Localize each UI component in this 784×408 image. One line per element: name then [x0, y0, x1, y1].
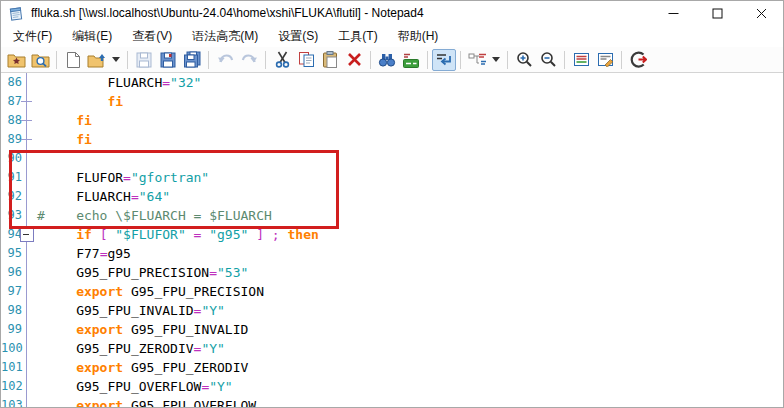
app-icon [8, 5, 24, 21]
code-line-99[interactable]: 99 export G95_FPU_INVALID [1, 320, 783, 339]
open-file-button[interactable] [85, 49, 109, 71]
toolbar-separator [621, 51, 622, 69]
code-line-86[interactable]: 86 FLUARCH="32" [1, 73, 783, 92]
paste-button[interactable] [318, 49, 342, 71]
line-number[interactable]: 101 [1, 358, 22, 377]
doc-edit-button[interactable] [593, 49, 617, 71]
window-controls [651, 1, 783, 25]
menu-tools[interactable]: 工具(T) [328, 25, 387, 48]
undo-button[interactable] [213, 49, 237, 71]
line-number[interactable]: 90 [1, 149, 22, 168]
code-text: F77=g95 [37, 244, 131, 263]
code-line-95[interactable]: 95 F77=g95 [1, 244, 783, 263]
code-line-87[interactable]: 87 fi [1, 92, 783, 111]
open-recent-dropdown-button[interactable] [109, 49, 123, 71]
fold-margin [22, 92, 37, 111]
favorites-button[interactable] [4, 49, 28, 71]
scheme-select-button[interactable] [465, 49, 489, 71]
doc-bar-button[interactable] [569, 49, 593, 71]
code-line-90[interactable]: 90 [1, 149, 783, 168]
title-bar: ffluka.sh [\\wsl.localhost\Ubuntu-24.04\… [1, 1, 783, 25]
zoom-out-button[interactable] [536, 49, 560, 71]
code-line-91[interactable]: 91 FLUFOR="gfortran" [1, 168, 783, 187]
save-as-icon [160, 52, 176, 68]
line-number[interactable]: 95 [1, 244, 22, 263]
fold-margin [22, 149, 37, 168]
zoom-in-icon [516, 51, 533, 68]
toolbar-separator [427, 51, 428, 69]
fold-collapse-box[interactable] [22, 225, 37, 244]
code-text: fi [37, 111, 92, 130]
minimize-button[interactable] [651, 1, 695, 25]
menu-view[interactable]: 查看(V) [122, 25, 182, 48]
fold-margin [22, 301, 37, 320]
save-copy-button[interactable] [180, 49, 204, 71]
line-number[interactable]: 93 [1, 206, 22, 225]
new-file-icon [65, 51, 81, 68]
fold-margin [22, 263, 37, 282]
code-line-98[interactable]: 98 G95_FPU_INVALID="Y" [1, 301, 783, 320]
line-number[interactable]: 98 [1, 301, 22, 320]
code-line-101[interactable]: 101 export G95_FPU_ZERODIV [1, 358, 783, 377]
minimize-icon [668, 8, 679, 19]
menu-scheme[interactable]: 语法高亮(M) [182, 25, 268, 48]
save-button[interactable] [132, 49, 156, 71]
code-line-88[interactable]: 88 fi [1, 111, 783, 130]
code-line-94[interactable]: 94 if [ "$FLUFOR" = "g95" ] ; then [1, 225, 783, 244]
line-number[interactable]: 102 [1, 377, 22, 396]
code-line-96[interactable]: 96 G95_FPU_PRECISION="53" [1, 263, 783, 282]
fold-margin [22, 187, 37, 206]
line-number[interactable]: 87 [1, 92, 22, 111]
zoom-out-icon [540, 51, 557, 68]
editor[interactable]: 86 FLUARCH="32"87 fi88 fi89 fi9091 FLUFO… [1, 73, 783, 408]
code-line-89[interactable]: 89 fi [1, 130, 783, 149]
code-line-103[interactable]: 103 export G95_FPU_OVERFLOW [1, 396, 783, 408]
find-button[interactable] [375, 49, 399, 71]
line-number[interactable]: 96 [1, 263, 22, 282]
menu-settings[interactable]: 设置(S) [268, 25, 328, 48]
zoom-in-button[interactable] [512, 49, 536, 71]
scheme-dropdown-button[interactable] [489, 49, 503, 71]
maximize-button[interactable] [695, 1, 739, 25]
menu-help[interactable]: 帮助(H) [388, 25, 449, 48]
replace-button[interactable] [399, 49, 423, 71]
code-text: G95_FPU_ZERODIV="Y" [37, 339, 225, 358]
line-number[interactable]: 88 [1, 111, 22, 130]
fold-margin [22, 244, 37, 263]
line-number[interactable]: 86 [1, 73, 22, 92]
new-file-button[interactable] [61, 49, 85, 71]
fold-margin [22, 130, 37, 149]
line-number[interactable]: 97 [1, 282, 22, 301]
code-text: export G95_FPU_INVALID [37, 320, 248, 339]
code-line-102[interactable]: 102 G95_FPU_OVERFLOW="Y" [1, 377, 783, 396]
redo-button[interactable] [237, 49, 261, 71]
open-file-icon [87, 52, 107, 68]
line-number[interactable]: 94 [1, 225, 22, 244]
undo-icon [217, 52, 234, 67]
code-text: G95_FPU_INVALID="Y" [37, 301, 225, 320]
close-button[interactable] [739, 1, 783, 25]
menu-edit[interactable]: 编辑(E) [62, 25, 122, 48]
code-line-93[interactable]: 93# echo \$FLUARCH = $FLUARCH [1, 206, 783, 225]
browse-button[interactable] [28, 49, 52, 71]
menu-file[interactable]: 文件(F) [3, 25, 62, 48]
copy-button[interactable] [294, 49, 318, 71]
toolbar-separator [370, 51, 371, 69]
code-line-97[interactable]: 97 export G95_FPU_PRECISION [1, 282, 783, 301]
line-number[interactable]: 89 [1, 130, 22, 149]
line-number[interactable]: 100 [1, 339, 22, 358]
line-number[interactable]: 92 [1, 187, 22, 206]
line-number[interactable]: 91 [1, 168, 22, 187]
line-number[interactable]: 99 [1, 320, 22, 339]
save-as-button[interactable] [156, 49, 180, 71]
word-wrap-button[interactable] [432, 49, 456, 71]
code-line-100[interactable]: 100 G95_FPU_ZERODIV="Y" [1, 339, 783, 358]
code-line-92[interactable]: 92 FLUARCH="64" [1, 187, 783, 206]
exit-button[interactable] [626, 49, 650, 71]
scheme-select-icon [468, 52, 487, 67]
cut-button[interactable] [270, 49, 294, 71]
delete-icon [347, 52, 362, 67]
delete-button[interactable] [342, 49, 366, 71]
line-number[interactable]: 103 [1, 396, 22, 408]
window-title: ffluka.sh [\\wsl.localhost\Ubuntu-24.04\… [31, 6, 424, 20]
